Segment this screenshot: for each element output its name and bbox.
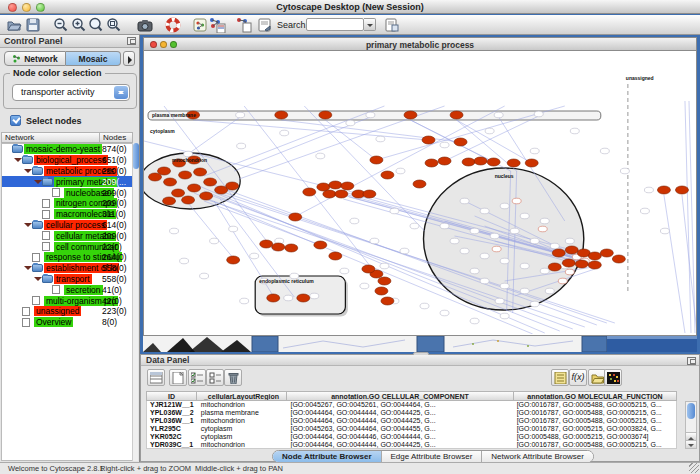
new-attribute-icon[interactable] — [169, 369, 187, 386]
network-node-selected[interactable] — [163, 197, 176, 205]
tab-node-attribute-browser[interactable]: Node Attribute Browser — [273, 451, 382, 462]
network-node-selected[interactable] — [612, 255, 625, 263]
network-node-selected[interactable] — [413, 180, 426, 188]
snapshot-icon[interactable] — [137, 17, 153, 33]
network-node[interactable] — [237, 143, 246, 149]
table-scrollbar[interactable] — [685, 401, 697, 449]
network-node-selected[interactable] — [297, 294, 310, 302]
network-node-selected[interactable] — [487, 158, 500, 166]
network-node-selected[interactable] — [362, 265, 375, 273]
zoom-selected-icon[interactable] — [106, 17, 122, 33]
table-column-header[interactable]: annotation.GO MOLECULAR_FUNCTION — [514, 391, 677, 401]
network-node[interactable] — [360, 283, 369, 289]
network-node[interactable] — [480, 253, 489, 259]
table-row[interactable]: YJR121W__1mitochondrion[GO:0045267, GO:0… — [147, 401, 676, 409]
network-node[interactable] — [280, 130, 289, 136]
network-node-selected[interactable] — [425, 159, 438, 167]
tree-row[interactable]: biological_process651(0) — [2, 155, 132, 166]
network-node[interactable] — [170, 228, 179, 234]
network-node[interactable] — [660, 228, 669, 234]
help-icon[interactable] — [165, 17, 181, 33]
network-node-selected[interactable] — [438, 157, 451, 165]
float-panel-icon[interactable] — [127, 37, 136, 45]
network-node-selected[interactable] — [588, 252, 601, 260]
network-node-selected[interactable] — [600, 249, 613, 257]
network-node[interactable] — [545, 288, 554, 294]
network-node[interactable] — [540, 218, 549, 224]
network-node[interactable] — [460, 248, 469, 254]
network-node-selected[interactable] — [272, 243, 285, 251]
matrix-view-icon[interactable] — [604, 369, 622, 386]
network-node[interactable] — [440, 223, 449, 229]
network-node[interactable] — [450, 238, 459, 244]
table-scrollbar-thumb[interactable] — [687, 403, 695, 419]
network-node-selected[interactable] — [588, 261, 601, 269]
network-node-selected[interactable] — [226, 182, 239, 190]
network-node-selected[interactable] — [370, 156, 383, 164]
network-node[interactable] — [495, 298, 504, 304]
network-node-selected[interactable] — [404, 111, 417, 119]
scroll-up-icon[interactable] — [686, 432, 696, 440]
network-node[interactable] — [492, 246, 501, 252]
network-node-selected[interactable] — [289, 213, 302, 221]
network-node[interactable] — [520, 263, 529, 269]
network-node[interactable] — [284, 295, 293, 301]
network-node[interactable] — [620, 168, 629, 174]
network-node-selected[interactable] — [422, 136, 435, 144]
tab-network-attribute-browser[interactable]: Network Attribute Browser — [482, 451, 592, 462]
network-node-selected[interactable] — [378, 277, 391, 285]
network-node[interactable] — [460, 198, 469, 204]
tree-row[interactable]: cellular metabo209(0) — [2, 230, 132, 241]
search-input[interactable] — [306, 18, 364, 31]
table-row[interactable]: YKR052Ccytoplasm[GO:0044464, GO:0044446,… — [147, 433, 676, 441]
table-column-header[interactable]: _cellularLayoutRegion — [197, 391, 287, 401]
float-data-panel-icon[interactable] — [687, 357, 696, 365]
delete-attribute-icon[interactable] — [224, 369, 242, 386]
tree-scrollbar-thumb[interactable] — [133, 143, 139, 169]
zoom-fit-icon[interactable] — [88, 17, 104, 33]
select-nodes-checkbox[interactable] — [10, 115, 21, 126]
network-node[interactable] — [644, 187, 653, 193]
network-node-selected[interactable] — [552, 249, 565, 257]
network-node-selected[interactable] — [450, 111, 463, 119]
network-node-selected[interactable] — [525, 159, 538, 167]
tree-row[interactable]: transport558(0) — [2, 274, 132, 285]
select-nodes-option[interactable]: Select nodes — [10, 115, 82, 126]
select-all-attributes-icon[interactable] — [188, 369, 206, 386]
network-node-selected[interactable] — [562, 259, 575, 267]
network-node-selected[interactable] — [303, 188, 316, 196]
network-node-selected[interactable] — [675, 186, 688, 194]
network-node[interactable] — [485, 128, 494, 134]
network-node-selected[interactable] — [149, 173, 162, 181]
network-node-selected[interactable] — [657, 186, 670, 194]
table-column-header[interactable]: ID — [146, 391, 197, 401]
network-node[interactable] — [538, 226, 547, 232]
network-node[interactable] — [240, 298, 249, 304]
scroll-down-icon[interactable] — [686, 440, 696, 448]
network-node[interactable] — [520, 213, 529, 219]
tree-header-network[interactable]: Network — [1, 132, 100, 143]
network-graph[interactable]: plasma membranecytoplasmmitochondrionnuc… — [144, 51, 696, 334]
network-node[interactable] — [530, 301, 539, 307]
network-node-selected[interactable] — [285, 244, 298, 252]
network-node[interactable] — [440, 142, 449, 148]
network-node-selected[interactable] — [381, 297, 394, 305]
table-row[interactable]: YPL036W__2plasma membrane[GO:0044464, GO… — [147, 409, 676, 417]
network-node[interactable] — [440, 310, 449, 316]
tree-row[interactable]: unassigned223(0) — [2, 306, 132, 317]
network-node-selected[interactable] — [227, 256, 240, 264]
zoom-in-icon[interactable] — [71, 17, 87, 33]
network-node[interactable] — [310, 293, 319, 299]
network-node[interactable] — [480, 208, 489, 214]
network-node-selected[interactable] — [375, 287, 388, 295]
network-node[interactable] — [565, 269, 574, 275]
network-node-selected[interactable] — [323, 190, 336, 198]
network-node[interactable] — [346, 120, 355, 126]
network-node[interactable] — [396, 168, 405, 174]
network-node[interactable] — [570, 128, 579, 134]
network-node-selected[interactable] — [462, 158, 475, 166]
search-dropdown-icon[interactable] — [364, 18, 376, 31]
tree-row[interactable]: cellular process614(0) — [2, 220, 132, 231]
resize-grip-icon[interactable] — [689, 463, 699, 473]
tree-scrollbar[interactable] — [132, 143, 138, 461]
